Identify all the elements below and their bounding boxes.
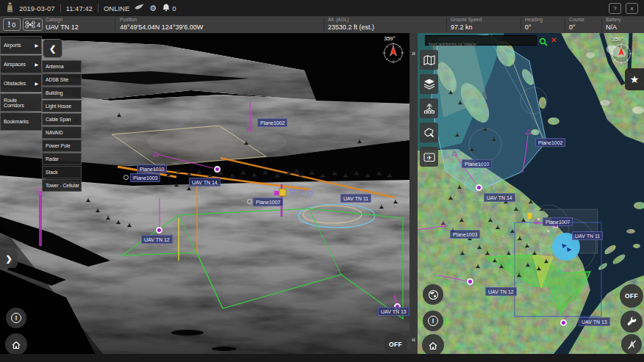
alert-count-badge[interactable]: ! 0 — [3, 18, 21, 31]
bell-icon — [162, 3, 171, 13]
map2d-marker-glyph[interactable]: △ — [441, 221, 446, 228]
close-button[interactable]: x — [626, 3, 638, 14]
submenu-item-building[interactable]: Building — [42, 87, 82, 99]
menu-item-airports[interactable]: Airports ▶ — [0, 36, 42, 54]
map2d-marker-label[interactable]: UAV TN 13 — [579, 317, 610, 326]
obstacles-submenu: Antenna ADSB Site Building Light House C… — [42, 60, 82, 192]
compass-3d[interactable]: 359° — [371, 35, 408, 67]
view3d-marker-label[interactable]: Plane1007 — [253, 198, 283, 206]
divider-expand-icon[interactable]: » — [409, 49, 418, 57]
map2d-marker-glyph[interactable] — [467, 278, 473, 285]
view3d-marker-glyph[interactable] — [156, 227, 162, 234]
map2d-marker-label[interactable]: Plane1007 — [543, 217, 573, 226]
view3d-marker-glyph[interactable]: △ — [247, 126, 252, 132]
notifications[interactable]: 0 — [162, 3, 176, 13]
view3d-marker-glyph[interactable] — [124, 175, 129, 180]
submenu-item-light-house[interactable]: Light House — [42, 100, 82, 112]
map2d-marker-label[interactable]: UAV TN 12 — [485, 287, 517, 296]
alerts-button-3d[interactable]: ! — [6, 308, 26, 328]
alerts-button-2d[interactable]: ! — [423, 311, 443, 331]
bottom-status-bar — [0, 354, 644, 362]
off-label: OFF — [389, 341, 402, 348]
view3d-marker-glyph[interactable]: △ — [153, 151, 158, 157]
submenu-item-cable-span[interactable]: Cable Span — [42, 113, 82, 126]
map2d-marker-glyph[interactable] — [476, 184, 482, 191]
notifications-count: 0 — [172, 4, 176, 12]
submenu-item-antenna[interactable]: Antenna — [42, 60, 82, 73]
address-search[interactable] — [425, 35, 537, 46]
map2d-marker-glyph[interactable]: △ — [534, 218, 539, 225]
field-value: UAV TN 12 — [46, 23, 114, 32]
compass-2d[interactable]: 359° — [599, 36, 636, 68]
globe-view-button[interactable] — [423, 284, 443, 305]
draw-shape-icon — [423, 127, 435, 138]
search-icon[interactable] — [539, 36, 548, 49]
field-value: 97.2 kn — [451, 23, 518, 32]
menu-item-airspaces[interactable]: Airspaces ▶ — [0, 55, 42, 73]
divider-collapse-icon[interactable]: « — [409, 336, 418, 344]
map2d-marker-label[interactable]: UAV TN 14 — [484, 193, 515, 202]
field-label: Alt. (AGL) — [328, 17, 444, 23]
left-panel-expand-button[interactable]: ❯ — [0, 250, 18, 268]
terrain-3d-view[interactable]: △Plane1002△Plane1010Plane1003UAV TN 14Pl… — [0, 33, 409, 354]
layers-tool-button[interactable] — [420, 74, 438, 94]
view3d-marker-label[interactable]: UAV TN 13 — [378, 307, 409, 316]
title-bar: 2019-03-07 11:47:42 ONLINE ⚙ 0 ? x — [0, 0, 644, 16]
submenu-item-stack[interactable]: Stack — [42, 166, 82, 178]
field-course: Course 0° — [569, 17, 599, 32]
help-button[interactable]: ? — [609, 3, 621, 14]
home-icon — [11, 340, 21, 350]
home-view-button-2d[interactable] — [422, 334, 444, 354]
view3d-marker-label[interactable]: Plane1002 — [257, 118, 287, 127]
menu-item-bookmarks[interactable]: Bookmarks — [0, 112, 42, 131]
field-value: N/A — [606, 23, 641, 32]
submenu-item-navaid[interactable]: NAVAID — [42, 126, 82, 139]
follow-mode-toggle-2d[interactable]: OFF — [620, 284, 643, 308]
field-label: Position — [120, 17, 321, 23]
gear-icon[interactable]: ⚙ — [149, 4, 157, 12]
online-status: ONLINE — [104, 4, 129, 12]
time-label: 11:47:42 — [66, 4, 93, 12]
map2d-marker-label[interactable]: UAV TN 11 — [572, 231, 603, 240]
submenu-item-power-pole[interactable]: Power Pole — [42, 140, 82, 152]
draw-geofence-tool-button[interactable] — [420, 123, 438, 142]
compass-rose-icon — [382, 42, 404, 64]
flight-region-tool-button[interactable]: ✈ — [420, 147, 438, 167]
map2d-marker-glyph[interactable] — [560, 319, 567, 326]
view3d-marker-label[interactable]: Plane1010 — [137, 164, 167, 173]
clear-search-icon[interactable]: ✕ — [551, 35, 557, 45]
follow-mode-toggle-3d[interactable]: OFF — [384, 333, 407, 354]
basemap-tool-button[interactable] — [420, 50, 438, 70]
view3d-marker-label[interactable]: UAV TN 12 — [141, 235, 173, 244]
view3d-marker-glyph[interactable] — [214, 166, 221, 173]
panel-divider[interactable]: » « — [409, 33, 418, 354]
map-settings-button[interactable] — [620, 311, 643, 333]
home-icon — [428, 341, 438, 350]
menu-item-route-corridors[interactable]: Route Corridors — [0, 93, 42, 112]
alert-count: 0 — [12, 21, 15, 29]
view3d-marker-glyph[interactable] — [247, 199, 252, 204]
drone-count-badge[interactable]: 4 — [23, 18, 43, 31]
home-view-button-3d[interactable] — [5, 333, 27, 354]
map2d-marker-glyph[interactable]: △ — [526, 128, 531, 135]
map2d-marker-label[interactable]: Plane1010 — [462, 159, 492, 168]
map2d-marker-label[interactable]: Plane1003 — [450, 230, 480, 239]
map2d-marker-glyph[interactable]: △ — [452, 150, 457, 156]
menu-back-button[interactable]: ❮ — [43, 39, 62, 58]
submenu-item-radar[interactable]: Radar — [42, 153, 82, 165]
field-value: 0° — [525, 23, 562, 32]
satellite-map-view[interactable]: △Plane1002△Plane1010UAV TN 14△Plane1003△… — [418, 33, 644, 354]
submenu-item-adsb-site[interactable]: ADSB Site — [42, 73, 82, 86]
map2d-marker-label[interactable]: Plane1002 — [535, 138, 565, 147]
view3d-marker-label[interactable]: UAV TN 11 — [340, 194, 371, 203]
view3d-marker-label[interactable]: UAV TN 14 — [189, 178, 221, 187]
submenu-item-tower-cellular[interactable]: Tower - Cellular — [42, 179, 82, 192]
network-tool-button[interactable] — [420, 98, 438, 118]
view3d-marker-label[interactable]: Plane1003 — [130, 173, 160, 182]
search-input[interactable] — [426, 40, 542, 49]
menu-item-obstacles[interactable]: Obstacles ▶ — [0, 74, 42, 93]
layers-icon — [423, 79, 435, 90]
submenu-arrow-icon: ▶ — [35, 43, 38, 48]
labels-toggle-button[interactable] — [621, 334, 642, 354]
bookmarks-star-button[interactable]: ★ — [625, 68, 644, 90]
